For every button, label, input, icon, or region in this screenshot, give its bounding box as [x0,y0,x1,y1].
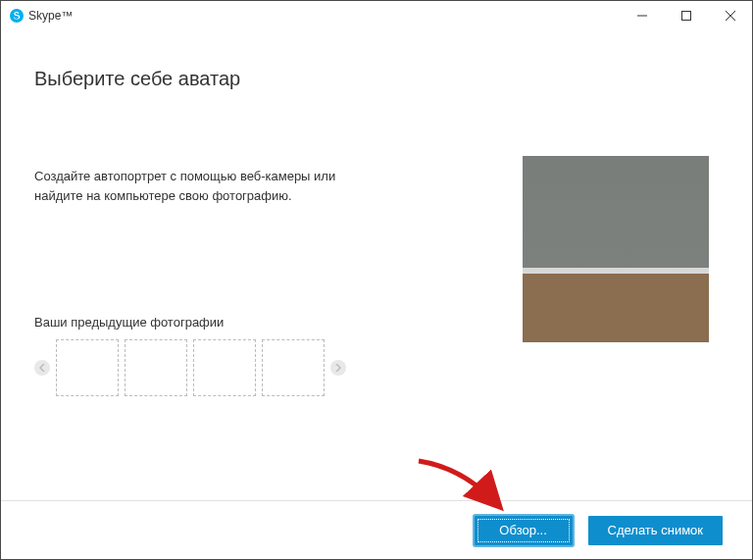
maximize-button[interactable] [664,1,708,30]
thumbnail-slot[interactable] [262,339,325,396]
next-arrow-icon[interactable] [330,360,346,376]
close-button[interactable] [708,1,752,30]
avatar-preview [523,156,709,342]
window-controls [620,1,752,30]
button-bar: Обзор... Сделать снимок [1,500,752,559]
svg-rect-2 [681,12,690,21]
thumbnail-slot[interactable] [193,339,256,396]
thumbnails-row [34,339,719,396]
browse-button[interactable]: Обзор... [475,516,573,545]
prev-arrow-icon[interactable] [34,360,50,376]
page-title: Выберите себе аватар [34,68,719,90]
skype-window: Skype™ Выберите себе аватар Создайте авт… [0,0,753,560]
thumbnail-slot[interactable] [56,339,119,396]
page-description: Создайте автопортрет с помощью веб-камер… [34,167,387,205]
skype-logo-icon [9,8,25,24]
titlebar: Skype™ [1,1,752,30]
thumbnail-slot[interactable] [125,339,187,396]
minimize-button[interactable] [620,1,664,30]
content-area: Выберите себе аватар Создайте автопортре… [1,30,752,396]
take-snapshot-button[interactable]: Сделать снимок [588,516,723,545]
window-title: Skype™ [28,9,73,23]
